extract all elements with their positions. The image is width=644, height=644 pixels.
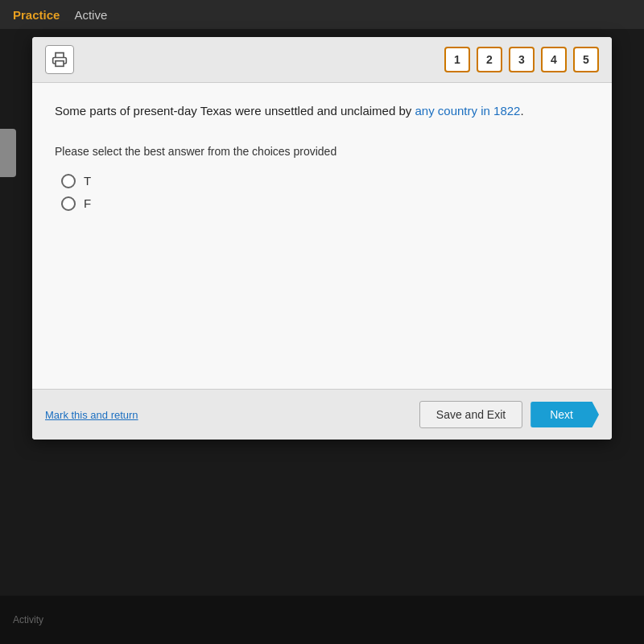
question-text-highlight: any country in 1822 (415, 104, 520, 118)
next-button[interactable]: Next (530, 402, 599, 427)
top-nav: Practice Active (0, 0, 644, 29)
quiz-header: 12345 (32, 37, 612, 83)
question-number-2[interactable]: 2 (477, 47, 502, 72)
instructions: Please select the best answer from the c… (55, 145, 589, 158)
question-number-5[interactable]: 5 (573, 47, 599, 72)
answer-option-f[interactable]: F (61, 196, 589, 211)
footer-buttons: Save and Exit Next (419, 401, 599, 428)
radio-f[interactable] (61, 196, 76, 211)
bottom-bar: Activity (0, 596, 644, 644)
question-number-4[interactable]: 4 (541, 47, 567, 72)
quiz-footer: Mark this and return Save and Exit Next (32, 389, 612, 440)
question-number-1[interactable]: 1 (444, 47, 470, 72)
quiz-panel: 12345 Some parts of present-day Texas we… (32, 37, 612, 440)
question-text-part2: . (520, 104, 523, 118)
bottom-label: Activity (13, 614, 43, 625)
question-text: Some parts of present-day Texas were uns… (55, 102, 589, 121)
save-exit-button[interactable]: Save and Exit (419, 401, 522, 428)
screen-area: 12345 Some parts of present-day Texas we… (0, 29, 644, 596)
question-numbers: 12345 (444, 47, 599, 72)
nav-active[interactable]: Active (74, 8, 107, 22)
question-number-3[interactable]: 3 (509, 47, 535, 72)
answer-option-t[interactable]: T (61, 174, 589, 188)
mark-return-link[interactable]: Mark this and return (45, 409, 138, 421)
left-tab[interactable] (0, 129, 16, 177)
svg-rect-0 (56, 61, 64, 67)
question-text-part1: Some parts of present-day Texas were uns… (55, 104, 415, 118)
nav-practice[interactable]: Practice (13, 8, 60, 22)
answer-options: TF (61, 174, 589, 211)
option-label-f: F (84, 196, 91, 210)
next-button-label: Next (550, 408, 573, 421)
radio-t[interactable] (61, 174, 76, 188)
quiz-body: Some parts of present-day Texas were uns… (32, 83, 612, 389)
option-label-t: T (84, 174, 91, 188)
print-icon[interactable] (45, 45, 74, 74)
